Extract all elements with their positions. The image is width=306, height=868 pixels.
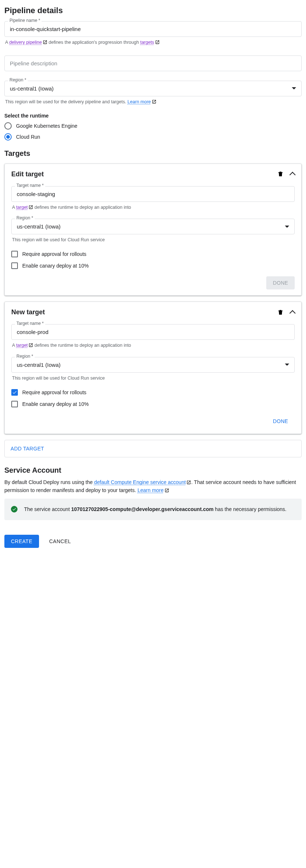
target-region-value: us-central1 (Iowa) [17, 223, 61, 230]
canary-label: Enable canary deploy at 10% [22, 401, 89, 407]
pipeline-name-helper: A delivery pipeline defines the applicat… [5, 39, 301, 46]
target-region-helper: This region will be used for Cloud Run s… [12, 375, 294, 382]
target-name-label: Target name * [15, 183, 45, 188]
target-region-label: Region * [15, 215, 35, 220]
approval-label: Require approval for rollouts [22, 251, 86, 257]
cancel-button[interactable]: CANCEL [49, 538, 71, 544]
done-button[interactable]: DONE [266, 415, 295, 428]
chevron-down-icon [285, 226, 289, 228]
collapse-target-button[interactable] [290, 171, 295, 177]
done-button[interactable]: DONE [266, 276, 295, 289]
target-card-title: New target [11, 308, 45, 316]
pipeline-name-field: Pipeline name * [4, 21, 302, 37]
add-target-button[interactable]: ADD TARGET [11, 446, 44, 452]
target-name-input[interactable] [11, 324, 295, 340]
sa-learn-more-link[interactable]: Learn more [137, 487, 169, 493]
canary-label: Enable canary deploy at 10% [22, 263, 89, 269]
target-name-helper: A target defines the runtime to deploy a… [12, 342, 294, 349]
target-region-helper: This region will be used for Cloud Run s… [12, 237, 294, 243]
chevron-up-icon [290, 310, 296, 316]
trash-icon [277, 171, 284, 177]
target-name-input[interactable] [11, 186, 295, 202]
checkbox-icon [11, 401, 18, 407]
target-name-label: Target name * [15, 321, 45, 326]
service-account-status: The service account 1070127022905-comput… [4, 499, 302, 520]
pipeline-region-select[interactable]: us-central1 (Iowa) [4, 81, 302, 96]
trash-icon [277, 309, 284, 316]
runtime-option-label: Cloud Run [16, 134, 40, 140]
delivery-pipeline-link[interactable]: delivery pipeline [9, 40, 47, 45]
target-name-helper: A target defines the runtime to deploy a… [12, 204, 294, 211]
default-sa-link[interactable]: default Compute Engine service account [94, 479, 191, 485]
delete-target-button[interactable] [277, 309, 284, 316]
region-learn-more-link[interactable]: Learn more [128, 99, 156, 104]
checkbox-icon [11, 251, 18, 257]
pipeline-description-input[interactable] [4, 55, 302, 71]
approval-checkbox-row[interactable]: Require approval for rollouts [11, 389, 295, 396]
target-card-edit: Edit target Target name * A target defin… [4, 164, 302, 296]
target-card-new: New target Target name * A target define… [4, 302, 302, 434]
delete-target-button[interactable] [277, 171, 284, 177]
target-region-value: us-central1 (Iowa) [17, 362, 61, 368]
pipeline-description-field [4, 55, 302, 71]
pipeline-region-value: us-central1 (Iowa) [10, 85, 54, 92]
target-card-title: Edit target [11, 170, 44, 178]
radio-icon [4, 133, 12, 141]
approval-label: Require approval for rollouts [22, 389, 86, 395]
runtime-heading: Select the runtime [4, 113, 302, 119]
target-doc-link[interactable]: target [16, 343, 33, 348]
pipeline-name-label: Pipeline name * [8, 18, 42, 23]
runtime-option-gke[interactable]: Google Kubernetes Engine [4, 122, 302, 130]
checkbox-icon [11, 262, 18, 269]
collapse-target-button[interactable] [290, 310, 295, 315]
target-region-label: Region * [15, 354, 35, 359]
pipeline-details-heading: Pipeline details [4, 6, 302, 15]
service-account-heading: Service Account [4, 466, 302, 475]
target-region-select[interactable]: us-central1 (Iowa) [11, 357, 295, 373]
targets-link[interactable]: targets [140, 40, 159, 45]
pipeline-region-label: Region * [8, 77, 28, 82]
pipeline-name-input[interactable] [4, 21, 302, 37]
chevron-up-icon [290, 172, 296, 178]
runtime-option-cloud-run[interactable]: Cloud Run [4, 133, 302, 141]
service-account-email: 1070127022905-compute@developer.gservice… [71, 506, 213, 512]
radio-icon [4, 122, 12, 130]
checkbox-icon [11, 389, 18, 396]
check-circle-icon [11, 506, 18, 512]
approval-checkbox-row[interactable]: Require approval for rollouts [11, 251, 295, 257]
footer-actions: CREATE CANCEL [4, 535, 302, 548]
canary-checkbox-row[interactable]: Enable canary deploy at 10% [11, 401, 295, 407]
pipeline-region-helper: This region will be used for the deliver… [5, 99, 301, 105]
canary-checkbox-row[interactable]: Enable canary deploy at 10% [11, 262, 295, 269]
chevron-down-icon [285, 364, 289, 366]
chevron-down-icon [292, 87, 296, 89]
target-doc-link[interactable]: target [16, 205, 33, 210]
pipeline-region-field: Region * us-central1 (Iowa) [4, 81, 302, 96]
service-account-desc: By default Cloud Deploy runs using the d… [4, 478, 302, 495]
target-region-select[interactable]: us-central1 (Iowa) [11, 219, 295, 234]
add-target-row: ADD TARGET [4, 440, 302, 457]
runtime-option-label: Google Kubernetes Engine [16, 123, 77, 129]
create-button[interactable]: CREATE [4, 535, 39, 548]
targets-heading: Targets [4, 149, 302, 158]
